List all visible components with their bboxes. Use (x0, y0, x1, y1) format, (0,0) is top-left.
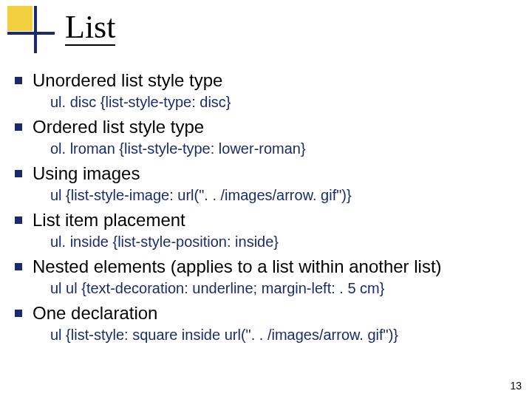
item-heading: List item placement (33, 209, 185, 231)
item-heading: Ordered list style type (33, 116, 204, 138)
slide: List Unordered list style type ul. disc … (0, 0, 532, 399)
square-bullet-icon (15, 77, 22, 84)
slide-content: Unordered list style type ul. disc {list… (15, 65, 517, 346)
list-item: One declaration (15, 302, 517, 324)
slide-title: List (65, 10, 115, 46)
item-code: ul {list-style: square inside url(". . /… (50, 326, 517, 344)
title-decoration (7, 6, 49, 47)
decoration-hline (7, 32, 55, 35)
item-heading: Nested elements (applies to a list withi… (33, 256, 442, 278)
list-item: Nested elements (applies to a list withi… (15, 256, 517, 278)
item-code: ol. lroman {list-style-type: lower-roman… (50, 140, 517, 158)
page-number: 13 (510, 380, 522, 392)
item-code: ul {list-style-image: url(". . /images/a… (50, 186, 517, 205)
square-bullet-icon (15, 123, 22, 131)
square-bullet-icon (15, 263, 22, 270)
list-item: Unordered list style type (15, 69, 517, 92)
item-code: ul. inside {list-style-position: inside} (50, 233, 517, 251)
list-item: List item placement (15, 209, 517, 231)
item-code: ul. disc {list-style-type: disc} (50, 93, 517, 112)
item-code: ul ul {text-decoration: underline; margi… (50, 279, 517, 298)
item-heading: Using images (33, 163, 140, 185)
decoration-vline (34, 6, 37, 53)
item-heading: Unordered list style type (33, 69, 222, 92)
square-bullet-icon (15, 170, 22, 177)
list-item: Using images (15, 163, 517, 185)
square-bullet-icon (15, 216, 22, 224)
square-bullet-icon (15, 310, 22, 317)
item-heading: One declaration (33, 302, 157, 324)
accent-square-icon (7, 6, 33, 31)
list-item: Ordered list style type (15, 116, 517, 138)
